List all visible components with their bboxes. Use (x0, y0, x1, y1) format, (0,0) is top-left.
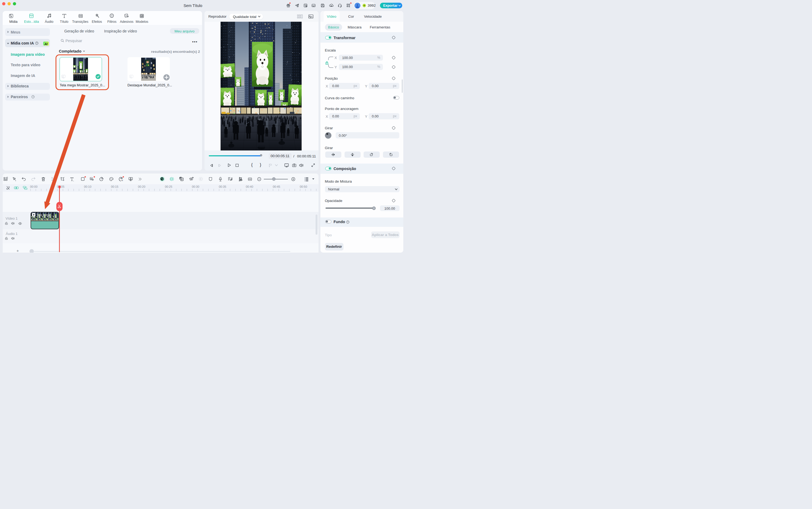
svg-text:AI: AI (121, 179, 123, 181)
